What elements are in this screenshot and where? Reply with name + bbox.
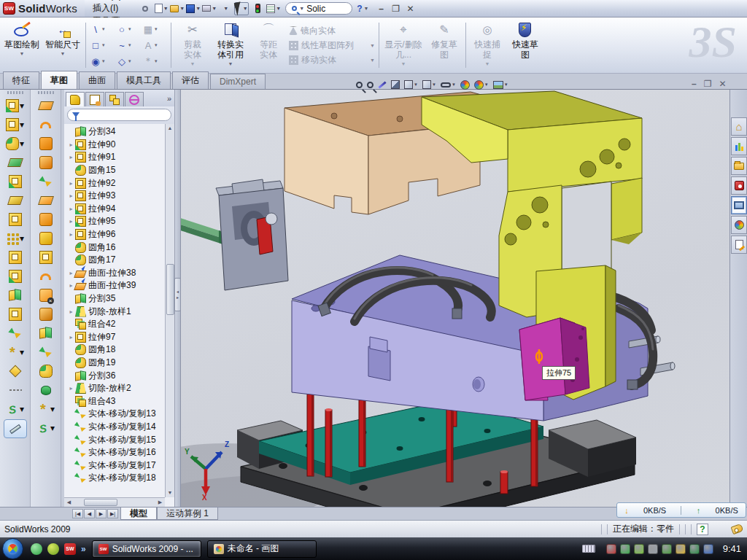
- sketch-entity-icon[interactable]: ◉▾: [90, 56, 115, 67]
- cube-view-icon[interactable]: ▼: [422, 80, 436, 89]
- tree-item[interactable]: 实体-移动/复制13: [67, 408, 165, 421]
- wand-view-icon[interactable]: [378, 84, 387, 86]
- messenger-icon[interactable]: [31, 543, 42, 555]
- sketch-entity-icon[interactable]: A▾: [142, 40, 167, 51]
- tree-item[interactable]: ▸拉伸90: [67, 139, 165, 152]
- tree-item[interactable]: 分割34: [67, 125, 165, 139]
- feature-toolbar-button[interactable]: [0, 362, 30, 381]
- tray-icon[interactable]: [620, 544, 630, 554]
- doc-close-button[interactable]: ✕: [719, 79, 726, 89]
- rapid-sketch-button[interactable]: 快速草图: [506, 20, 544, 71]
- tree-item[interactable]: 圆角16: [67, 241, 165, 254]
- help-button[interactable]: ?: [357, 4, 362, 14]
- quick-tips-button[interactable]: ?: [697, 524, 708, 535]
- feature-toolbar-button[interactable]: [0, 419, 30, 438]
- toolbar-expand-chevron[interactable]: »: [81, 544, 86, 554]
- ball-view-icon[interactable]: [460, 80, 470, 90]
- tab-scroll-button[interactable]: ◀: [84, 509, 95, 518]
- tray-icon[interactable]: [689, 544, 700, 554]
- scrollbar-thumb[interactable]: [84, 499, 117, 506]
- feature-toolbar-button[interactable]: ▾: [0, 96, 30, 115]
- feature-toolbar-button[interactable]: S▾: [0, 400, 30, 419]
- solidworks-shortcut-icon[interactable]: SW: [64, 543, 76, 555]
- ribbon-tab-草图[interactable]: 草图: [41, 71, 77, 89]
- scrollbar-thumb[interactable]: [166, 264, 174, 315]
- tree-item[interactable]: 实体-移动/复制15: [67, 433, 165, 446]
- open-icon[interactable]: ▼: [170, 2, 185, 15]
- tree-item[interactable]: 组合43: [67, 394, 165, 408]
- feature-toolbar-button[interactable]: *▾: [0, 343, 30, 362]
- tree-item[interactable]: 分割35: [67, 292, 165, 306]
- tag-icon[interactable]: [731, 524, 744, 534]
- tree-item[interactable]: 组合42: [67, 318, 165, 331]
- mirror-entities-item[interactable]: 镜向实体: [289, 25, 375, 37]
- tree-item[interactable]: 实体-移动/复制17: [67, 459, 165, 472]
- quick-snaps-button[interactable]: 快速捕捉▼: [468, 20, 506, 71]
- graphics-viewport[interactable]: Y Z X 拉伸75: [181, 90, 729, 507]
- feature-toolbar-button[interactable]: [31, 248, 61, 267]
- photo-view-icon[interactable]: ▼: [493, 81, 508, 89]
- trim-entities-button[interactable]: 剪裁实体▼: [174, 20, 212, 71]
- feature-toolbar-button[interactable]: [31, 134, 61, 153]
- tab-scroll-button[interactable]: ▶: [96, 509, 107, 518]
- feature-toolbar-button[interactable]: [31, 324, 61, 343]
- start-button[interactable]: [2, 538, 23, 559]
- feature-toolbar-button[interactable]: [31, 210, 61, 229]
- tree-item[interactable]: ▸拉伸94: [67, 203, 165, 216]
- tray-icon[interactable]: [662, 544, 672, 554]
- convert-entities-button[interactable]: 转换实体引用▼: [212, 20, 249, 71]
- tree-item[interactable]: ▸拉伸92: [67, 176, 165, 190]
- select-icon[interactable]: ▼: [234, 2, 249, 15]
- taskpane-tab-appearances[interactable]: [731, 216, 747, 234]
- display-delete-relations-button[interactable]: 显示/删除几...▼: [382, 20, 425, 71]
- panel-chevron[interactable]: »: [167, 94, 171, 103]
- tree-item[interactable]: 实体-移动/复制14: [67, 421, 165, 434]
- sketch-entity-icon[interactable]: ◇▾: [116, 56, 141, 67]
- tree-item[interactable]: ▸拉伸91: [67, 151, 165, 164]
- tree-item[interactable]: 分割36: [67, 369, 165, 382]
- cube-view-icon[interactable]: ▼: [404, 80, 418, 89]
- tree-item[interactable]: 实体-移动/复制16: [67, 446, 165, 459]
- taskpane-tab-file-explorer[interactable]: [731, 157, 747, 175]
- minimize-button[interactable]: –: [376, 4, 387, 14]
- close-button[interactable]: ✕: [406, 4, 416, 14]
- feature-toolbar-button[interactable]: [0, 286, 30, 305]
- ribbon-tab-特征[interactable]: 特征: [3, 71, 39, 89]
- feature-toolbar-button[interactable]: [31, 172, 61, 191]
- tree-item[interactable]: 圆角17: [67, 254, 165, 267]
- taskbar-window-button[interactable]: SWSolidWorks 2009 - ...: [92, 540, 201, 558]
- sketch-button[interactable]: 草图绘制▼: [1, 20, 42, 71]
- ribbon-tab-评估[interactable]: 评估: [172, 71, 209, 89]
- ribbon-tab-曲面[interactable]: 曲面: [79, 71, 115, 89]
- print-icon[interactable]: ▼: [202, 2, 217, 15]
- tree-item[interactable]: ▸拉伸93: [67, 190, 165, 203]
- search-box[interactable]: ▼ Solic: [285, 2, 352, 15]
- menu-item[interactable]: 插入(I): [85, 2, 132, 15]
- ribbon-tab-模具工具[interactable]: 模具工具: [117, 71, 171, 89]
- tray-icon[interactable]: [648, 544, 658, 554]
- tab-featuremanager-tree[interactable]: [66, 92, 85, 106]
- taskpane-tab-toolbox[interactable]: [731, 176, 747, 195]
- restore-button[interactable]: ❐: [391, 4, 401, 14]
- tray-icon[interactable]: [634, 544, 644, 554]
- feature-toolbar-button[interactable]: [0, 210, 30, 229]
- smart-dimension-button[interactable]: 智能尺寸▼: [42, 20, 83, 71]
- ribbon-tab-DimXpert[interactable]: DimXpert: [210, 74, 266, 89]
- feature-toolbar-button[interactable]: [0, 305, 30, 324]
- move-entities-item[interactable]: 移动实体▼: [289, 54, 375, 66]
- sketch-entity-icon[interactable]: □▾: [90, 40, 115, 51]
- tree-filter-input[interactable]: [67, 109, 171, 121]
- tree-horizontal-scrollbar[interactable]: ◀▶: [64, 497, 165, 507]
- model-tab-运动算例 1[interactable]: 运动算例 1: [157, 508, 218, 520]
- options-icon[interactable]: ▼: [266, 2, 281, 15]
- undo-icon[interactable]: ▼: [218, 2, 233, 15]
- taskpane-tab-custom-properties[interactable]: [731, 236, 747, 254]
- sketch-entity-icon[interactable]: ~▾: [116, 40, 141, 51]
- model-tab-模型[interactable]: 模型: [120, 508, 157, 520]
- taskpane-tab-design-library[interactable]: [731, 137, 747, 155]
- glasses-view-icon[interactable]: ▼: [441, 82, 456, 88]
- feature-toolbar-button[interactable]: [31, 229, 61, 248]
- feature-toolbar-button[interactable]: [0, 381, 30, 400]
- tab-scroll-button[interactable]: ▶|: [107, 509, 118, 518]
- tray-icon[interactable]: [676, 544, 686, 554]
